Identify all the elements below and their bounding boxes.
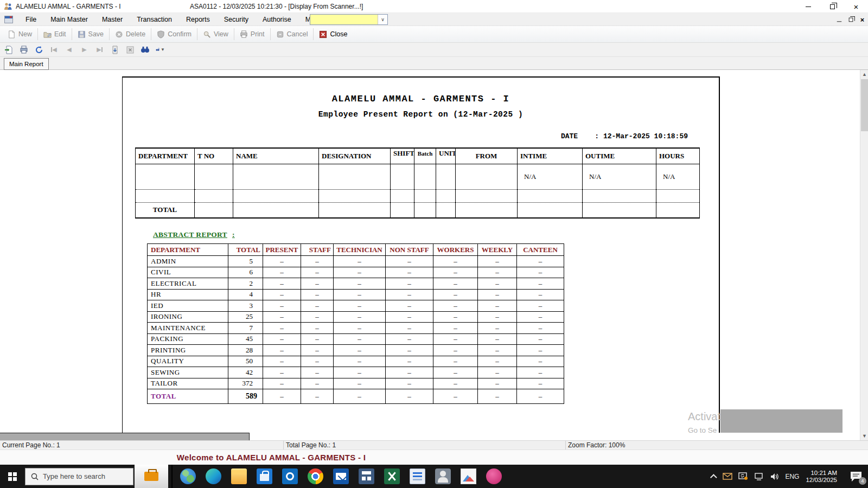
close-button[interactable]: ×: [844, 0, 868, 13]
toolbar-separator: [270, 28, 271, 40]
abstract-row-hr: HR4–––––––: [148, 289, 564, 300]
tray-speaker-icon[interactable]: [769, 471, 780, 482]
excel-icon[interactable]: [384, 468, 400, 484]
tray-chevron-up-icon[interactable]: [710, 474, 717, 481]
next-page-button[interactable]: ▶: [80, 45, 89, 54]
menu-item-master[interactable]: Master: [95, 14, 130, 25]
abstract-heading-colon: :: [232, 230, 235, 239]
mdi-minimize-icon: [837, 21, 842, 22]
photos-icon[interactable]: [461, 468, 476, 484]
calculator-icon[interactable]: [359, 468, 374, 484]
taskbar-clock[interactable]: 10:21 AM 12/03/2025: [806, 470, 837, 484]
abstract-cell-dash: –: [263, 356, 301, 367]
abstract-cell-dash: –: [386, 345, 433, 356]
employee-header-batch: Batch: [414, 148, 436, 164]
file-explorer-icon[interactable]: [231, 468, 247, 484]
search-icon: [31, 473, 39, 480]
abstract-header-workers: WORKERS: [433, 244, 478, 256]
system-tray: ENG 10:21 AM 12/03/2025 4: [712, 465, 868, 488]
abstract-cell-department: PRINTING: [148, 345, 228, 356]
find-text-button[interactable]: [141, 45, 150, 54]
tray-network-icon[interactable]: [754, 471, 764, 482]
new-button[interactable]: New: [3, 28, 36, 41]
document-icon[interactable]: [410, 468, 425, 484]
abstract-cell-dash: –: [301, 367, 334, 378]
edit-button[interactable]: Edit: [39, 28, 71, 41]
minimize-button[interactable]: [796, 0, 820, 13]
print-report-button[interactable]: [19, 45, 28, 54]
tray-mail-icon[interactable]: [722, 471, 733, 482]
export-button[interactable]: [4, 45, 13, 54]
mdi-minimize-button[interactable]: [837, 15, 842, 23]
chrome-icon[interactable]: [308, 468, 323, 484]
cancel-loading-button[interactable]: [125, 45, 135, 54]
abstract-cell-dash: –: [334, 333, 386, 345]
last-page-button[interactable]: ▶: [95, 45, 104, 54]
previous-page-button[interactable]: ◀: [65, 45, 74, 54]
print-button[interactable]: Print: [235, 28, 269, 41]
paint-icon[interactable]: [486, 468, 502, 484]
mdi-close-button[interactable]: ×: [860, 16, 864, 23]
menu-item-file[interactable]: File: [18, 14, 43, 25]
vertical-scrollbar[interactable]: ▲ ▼: [860, 70, 868, 440]
action-center-button[interactable]: 4: [850, 471, 864, 483]
abstract-cell-dash: –: [478, 356, 517, 367]
refresh-button[interactable]: [34, 45, 43, 54]
horizontal-scrollbar-thumb[interactable]: [0, 433, 250, 440]
start-button[interactable]: [0, 465, 25, 488]
scroll-up-icon[interactable]: ▲: [860, 70, 868, 79]
combo-value: [310, 15, 378, 24]
employee-header-unit: UNIT: [436, 148, 456, 164]
tab-main-report[interactable]: Main Report: [4, 58, 49, 70]
menu-item-security[interactable]: Security: [217, 14, 256, 25]
abstract-body: ADMIN5–––––––CIVIL6–––––––ELECTRICAL2–––…: [148, 256, 564, 404]
taskbar-search[interactable]: Type here to search: [25, 468, 133, 485]
abstract-cell-dash: –: [386, 378, 433, 389]
tray-sync-icon[interactable]: [738, 471, 749, 482]
view-button[interactable]: View: [199, 28, 233, 41]
outlook-icon[interactable]: [282, 468, 298, 484]
edge-icon[interactable]: [206, 468, 221, 484]
save-button[interactable]: Save: [73, 28, 108, 41]
abstract-header-present: PRESENT: [263, 244, 301, 256]
store-icon[interactable]: [257, 468, 272, 484]
globe-icon[interactable]: [180, 468, 196, 484]
menu-item-authorise[interactable]: Authorise: [256, 14, 298, 25]
combo-dropdown-icon[interactable]: ∨: [378, 15, 387, 24]
restore-button[interactable]: [820, 0, 844, 13]
confirm-shield-icon: [157, 30, 165, 38]
mail-icon[interactable]: [333, 468, 349, 484]
report-subtitle: Employee Present Report on (12-Mar-2025 …: [123, 110, 719, 119]
export-icon: [4, 46, 13, 54]
menu-item-main-master[interactable]: Main Master: [43, 14, 95, 25]
close-report-button[interactable]: Close: [315, 28, 352, 41]
scroll-down-icon[interactable]: ▼: [860, 432, 868, 440]
people-settings-icon[interactable]: [435, 468, 451, 484]
delete-button[interactable]: Delete: [111, 28, 150, 41]
taskbar: Type here to search ENG 10:21 AM 12/03/2…: [0, 465, 868, 488]
cell: [656, 202, 700, 218]
active-app-button[interactable]: [135, 465, 168, 488]
first-page-button[interactable]: ◀: [49, 45, 59, 54]
cancel-button[interactable]: Cancel: [272, 28, 312, 41]
vertical-scrollbar-thumb[interactable]: [861, 79, 868, 131]
menu-item-reports[interactable]: Reports: [179, 14, 217, 25]
zoom-dropdown-icon[interactable]: ▼: [161, 47, 165, 52]
mdi-restore-button[interactable]: [849, 15, 853, 23]
language-indicator[interactable]: ENG: [785, 473, 799, 480]
header-label: Batch: [418, 150, 433, 157]
report-combo-box[interactable]: ∨: [310, 14, 388, 25]
abstract-row-quality: QUALITY50–––––––: [148, 356, 564, 367]
menu-bar: FileMain MasterMasterTransactionReportsS…: [0, 13, 868, 26]
goto-page-button[interactable]: [110, 45, 119, 54]
abstract-cell-dash: –: [301, 267, 334, 278]
abstract-cell-dash: –: [263, 378, 301, 389]
header-label: DESIGNATION: [322, 152, 372, 160]
abstract-cell-dash: –: [478, 256, 517, 267]
printer-icon: [20, 46, 28, 54]
abstract-cell-dash: –: [478, 278, 517, 290]
zoom-button[interactable]: ▼: [156, 45, 165, 54]
menu-item-transaction[interactable]: Transaction: [130, 14, 179, 25]
cell: [583, 202, 656, 218]
confirm-button[interactable]: Confirm: [152, 28, 196, 41]
